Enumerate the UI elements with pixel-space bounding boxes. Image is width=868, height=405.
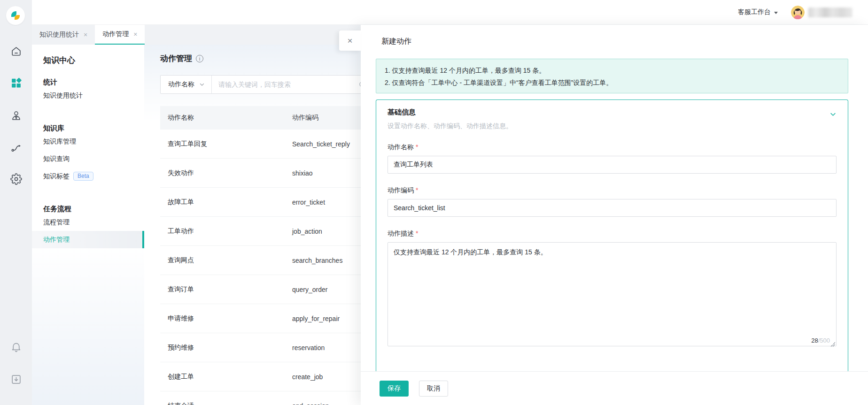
table-row[interactable]: 预约维修 reservation (160, 333, 361, 362)
download-tray-icon[interactable] (10, 373, 22, 385)
search-input[interactable] (212, 81, 358, 88)
card-subtitle: 设置动作名称、动作编码、动作描述信息。 (388, 122, 837, 130)
bell-icon[interactable] (10, 341, 22, 353)
table-row[interactable]: 查询工单回复 Search_ticket_reply (160, 130, 361, 159)
collapse-chevron-icon[interactable] (829, 111, 837, 118)
action-code-input[interactable] (388, 199, 837, 217)
table-row[interactable]: 工单动作 job_action (160, 217, 361, 246)
card-title: 基础信息 (388, 108, 416, 117)
drawer-title: 新建动作 (381, 37, 411, 46)
notice-line: 1. 仅支持查询最近 12 个月内的工单，最多查询 15 条。 (385, 64, 839, 76)
tab-close-icon[interactable]: × (84, 31, 87, 38)
action-description-textarea[interactable]: 仅支持查询最近 12 个月内的工单，最多查询 15 条。 (388, 242, 837, 346)
basic-info-card: 基础信息 设置动作名称、动作编码、动作描述信息。 动作名称* 动作编码* 动作描… (376, 99, 848, 371)
table-row[interactable]: 查询订单 query_order (160, 275, 361, 304)
table-row[interactable]: 故障工单 error_ticket (160, 188, 361, 217)
sidebar-item-knowledge-tags[interactable]: 知识标签 Beta (32, 168, 144, 185)
tab-action-management[interactable]: 动作管理 × (95, 25, 145, 45)
agent-icon[interactable] (10, 109, 22, 122)
nav-section-task-flow: 任务流程 (32, 192, 144, 214)
nav-title: 知识中心 (32, 45, 144, 66)
sidebar-item-knowledge-query[interactable]: 知识查询 (32, 150, 144, 168)
apps-icon[interactable] (10, 76, 22, 89)
avatar (791, 6, 805, 19)
filter-field-select[interactable]: 动作名称 (161, 76, 211, 93)
nav-section-stats: 统计 (32, 66, 144, 87)
flow-icon[interactable] (10, 141, 22, 153)
sidebar-item-knowledge-usage-stats[interactable]: 知识使用统计 (32, 87, 144, 104)
user-menu[interactable] (791, 6, 852, 19)
table-row[interactable]: 申请维修 apply_for_repair (160, 304, 361, 333)
workspace-label: 客服工作台 (738, 8, 771, 16)
app-logo[interactable] (6, 6, 25, 25)
table-row[interactable]: 创建工单 create_job (160, 362, 361, 391)
table-row[interactable]: 查询网点 search_branches (160, 246, 361, 275)
drawer-footer: 保存 取消 (361, 371, 868, 405)
sidebar-item-action-management[interactable]: 动作管理 (32, 231, 144, 248)
table-row[interactable]: 结束会话 end_session (160, 391, 361, 405)
tab-close-icon[interactable]: × (133, 31, 137, 38)
sidebar-nav: 知识中心 统计 知识使用统计 知识库 知识库管理 知识查询 知识标签 Beta … (32, 45, 144, 405)
user-name-blurred (808, 8, 852, 17)
app-screen: 客服工作台 知识使用统计 × 动作管理 × (0, 0, 868, 405)
close-icon: × (347, 36, 352, 46)
field-label-action-code: 动作编码* (388, 186, 837, 195)
top-bar: 客服工作台 (32, 0, 868, 25)
tab-label: 动作管理 (102, 30, 129, 38)
sidebar-item-flow-management[interactable]: 流程管理 (32, 214, 144, 231)
required-mark: * (416, 229, 418, 237)
icon-rail (0, 0, 32, 405)
chevron-down-icon (199, 82, 205, 87)
notice-banner: 1. 仅支持查询最近 12 个月内的工单，最多查询 15 条。 2. 仅查询符合… (376, 59, 848, 93)
field-label-action-description: 动作描述* (388, 229, 837, 238)
resize-grip-icon[interactable] (830, 342, 835, 347)
workspace-switcher[interactable]: 客服工作台 (738, 8, 778, 16)
search-filter: 动作名称 (160, 75, 361, 94)
cancel-button[interactable]: 取消 (419, 381, 448, 397)
tab-label: 知识使用统计 (39, 31, 79, 39)
table-header: 动作名称 动作编码 (160, 106, 361, 130)
sidebar-item-kb-management[interactable]: 知识库管理 (32, 133, 144, 150)
tab-strip: 知识使用统计 × 动作管理 × (32, 25, 361, 45)
required-mark: * (416, 143, 418, 151)
tab-knowledge-usage-stats[interactable]: 知识使用统计 × (32, 25, 95, 45)
save-button[interactable]: 保存 (380, 381, 409, 397)
action-name-input[interactable] (388, 156, 837, 174)
info-icon[interactable]: i (196, 55, 203, 62)
workspace-caret-icon (774, 12, 778, 14)
drawer-close-button[interactable]: × (339, 31, 361, 51)
beta-badge: Beta (73, 172, 93, 181)
logo-icon (9, 9, 22, 22)
settings-gear-icon[interactable] (10, 173, 22, 185)
actions-table: 动作名称 动作编码 查询工单回复 Search_ticket_reply 失效动… (160, 106, 361, 405)
new-action-drawer: 新建动作 1. 仅支持查询最近 12 个月内的工单，最多查询 15 条。 2. … (361, 25, 868, 405)
action-list-panel: 动作管理 i 动作名称 动作名称 动作编码 查询工单回复 Search_tick… (144, 45, 361, 405)
page-title: 动作管理 (160, 53, 192, 64)
table-row[interactable]: 失效动作 shixiao (160, 159, 361, 188)
home-icon[interactable] (10, 45, 22, 57)
required-mark: * (416, 186, 418, 194)
notice-line: 2. 仅查询符合「工单中心 - 工单渠道设置」中“客户查看工单范围”设置的工单。 (385, 76, 839, 89)
char-counter: 28/500 (809, 337, 830, 344)
nav-section-knowledge-base: 知识库 (32, 112, 144, 133)
field-label-action-name: 动作名称* (388, 143, 837, 152)
